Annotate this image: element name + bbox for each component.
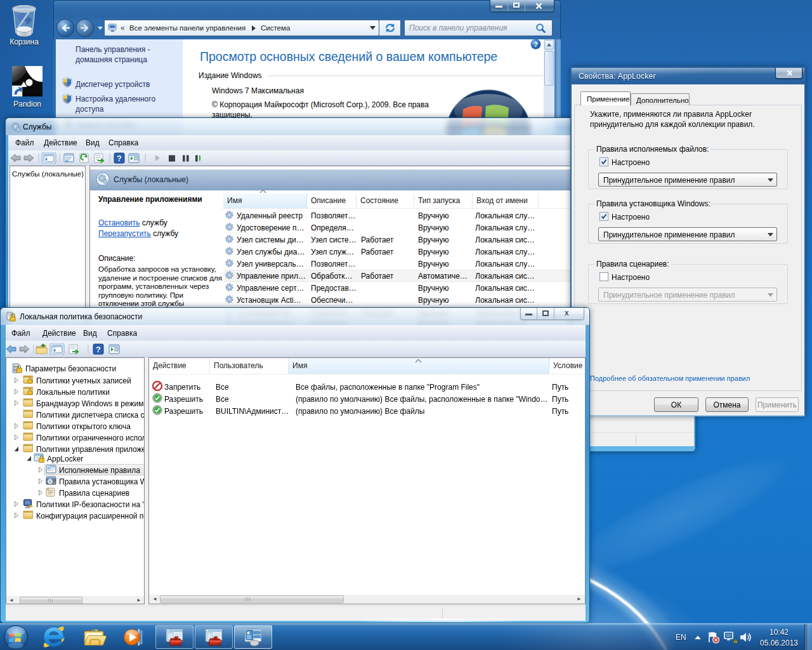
svg-text:?: ?	[534, 41, 538, 48]
svg-text:?: ?	[96, 345, 101, 354]
svg-text:?: ?	[117, 154, 122, 163]
